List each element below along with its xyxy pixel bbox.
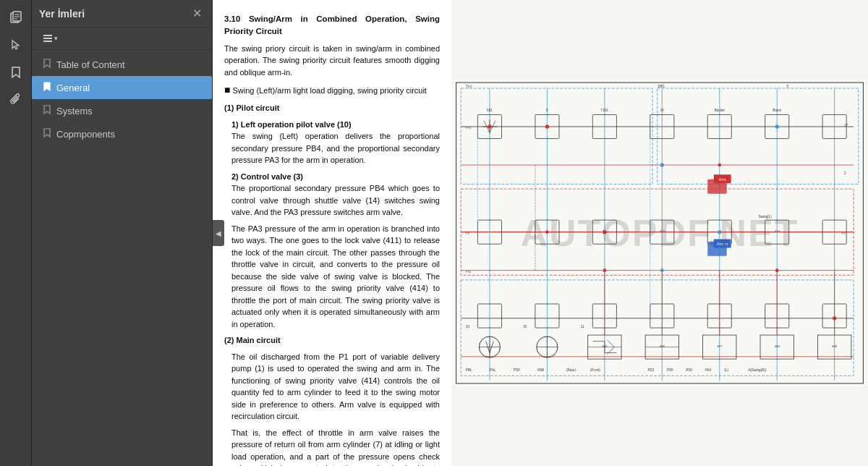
pilot-item-2-text: The proportional secondary pressure PB4 … bbox=[231, 184, 440, 216]
pilot-item-3-text: The PA3 pressure of the arm in operation… bbox=[231, 224, 440, 329]
svg-text:Swing(L): Swing(L) bbox=[759, 215, 773, 219]
subsection-header: ■ Swing (Left)/arm light load digging, s… bbox=[224, 82, 440, 98]
svg-text:Arm: Arm bbox=[719, 177, 726, 182]
svg-text:T161: T161 bbox=[601, 109, 609, 112]
bookmark-systems-icon bbox=[43, 105, 51, 116]
sidebar-item-systems-label: Systems bbox=[56, 106, 93, 116]
dropdown-arrow: ▾ bbox=[54, 35, 58, 42]
sidebar-item-toc-label: Table of Content bbox=[56, 59, 125, 70]
main-circuit-items: The oil discharged from the P1 port of v… bbox=[231, 351, 440, 467]
svg-text:405: 405 bbox=[602, 344, 608, 348]
sidebar-collapse-button[interactable]: ◀ bbox=[213, 220, 224, 246]
svg-text:2: 2 bbox=[844, 171, 846, 175]
sidebar-item-general-label: General bbox=[56, 82, 90, 93]
section-title: 3.10 Swing/Arm in Combined Operation, Sw… bbox=[224, 13, 440, 38]
sidebar-view-button[interactable]: ▾ bbox=[39, 32, 61, 45]
svg-point-120 bbox=[660, 268, 664, 272]
sidebar-close-button[interactable]: ✕ bbox=[190, 7, 205, 21]
diagram-background: Arm Arm in 601 5 T161 14 Bucket Boom 10 bbox=[451, 0, 868, 466]
bookmark-panel-icon[interactable] bbox=[4, 61, 27, 84]
main-circuit-label: (2) Main circuit bbox=[224, 334, 440, 347]
sidebar-panel: Yer İmleri ✕ ▾ Table of Content bbox=[32, 0, 213, 466]
sidebar-item-toc[interactable]: Table of Content bbox=[32, 53, 212, 76]
cursor-icon[interactable] bbox=[4, 33, 27, 56]
svg-text:413: 413 bbox=[660, 229, 665, 233]
svg-text:P0: P0 bbox=[842, 232, 846, 235]
svg-text:PA4: PA4 bbox=[705, 368, 712, 372]
subsection-marker: ■ bbox=[224, 84, 230, 96]
svg-text:406: 406 bbox=[660, 344, 665, 348]
svg-point-122 bbox=[775, 268, 779, 272]
document-text-side: 3.10 Swing/Arm in Combined Operation, Sw… bbox=[213, 0, 451, 466]
documents-icon[interactable] bbox=[4, 6, 27, 29]
pilot-item-2: 2) Control valve (3) The proportional se… bbox=[231, 171, 440, 219]
svg-rect-5 bbox=[43, 35, 52, 36]
sidebar-toolbar: ▾ bbox=[32, 27, 212, 50]
svg-point-121 bbox=[718, 164, 721, 167]
svg-text:P0: P0 bbox=[466, 232, 470, 235]
svg-text:17: 17 bbox=[844, 124, 848, 127]
svg-point-56 bbox=[718, 230, 721, 234]
sidebar-items-list: Table of Content General Systems bbox=[32, 50, 212, 466]
pilot-circuit-label: (1) Pilot circuit bbox=[224, 102, 440, 114]
pilot-item-1-text: The swing (Left) operation delivers the … bbox=[231, 132, 440, 164]
sidebar-item-components-label: Copmponents bbox=[56, 129, 115, 140]
svg-text:11: 11 bbox=[581, 325, 585, 329]
svg-text:PSL: PSL bbox=[466, 270, 472, 274]
pilot-item-1: 1) Left operation pilot valve (10) The s… bbox=[231, 119, 440, 166]
svg-text:T(+): T(+) bbox=[466, 85, 472, 88]
svg-text:407: 407 bbox=[717, 344, 723, 348]
sidebar-item-components[interactable]: Copmponents bbox=[32, 122, 212, 145]
svg-point-52 bbox=[488, 124, 491, 128]
main-circuit-text-2: That is, the effect of throttle in arm v… bbox=[231, 427, 440, 467]
svg-text:5: 5 bbox=[786, 85, 788, 88]
svg-point-53 bbox=[545, 124, 549, 128]
main-content: 3.10 Swing/Arm in Combined Operation, Sw… bbox=[213, 0, 868, 466]
svg-rect-8 bbox=[451, 79, 868, 387]
svg-text:400: 400 bbox=[832, 344, 838, 348]
svg-text:Arm in: Arm in bbox=[717, 242, 728, 246]
svg-text:A(Swing(R)): A(Swing(R)) bbox=[748, 368, 767, 372]
sidebar-item-systems[interactable]: Systems bbox=[32, 99, 212, 122]
svg-text:PAB: PAB bbox=[537, 368, 544, 372]
svg-point-118 bbox=[603, 268, 607, 272]
svg-text:1881: 1881 bbox=[658, 85, 665, 88]
svg-text:10: 10 bbox=[523, 325, 527, 329]
svg-text:(Front): (Front) bbox=[590, 368, 600, 372]
bookmark-general-icon bbox=[43, 82, 51, 93]
pilot-item-3: The PA3 pressure of the arm in operation… bbox=[231, 223, 440, 331]
svg-text:PSF: PSF bbox=[514, 368, 520, 372]
svg-text:(L): (L) bbox=[724, 368, 728, 372]
svg-text:408: 408 bbox=[775, 344, 780, 348]
paperclip-icon[interactable] bbox=[4, 88, 27, 111]
hydraulic-schematic: Arm Arm in 601 5 T161 14 Bucket Boom 10 bbox=[451, 0, 868, 466]
left-toolbar bbox=[0, 0, 32, 466]
sidebar-title: Yer İmleri bbox=[39, 8, 85, 20]
pilot-circuit-items: 1) Left operation pilot valve (10) The s… bbox=[231, 119, 440, 331]
diagram-side: Arm Arm in 601 5 T161 14 Bucket Boom 10 bbox=[451, 0, 868, 466]
svg-text:PS5: PS5 bbox=[686, 368, 692, 372]
svg-text:5: 5 bbox=[546, 109, 548, 112]
intro-text: The swing priory circuit is taken in swi… bbox=[224, 43, 440, 79]
svg-text:14: 14 bbox=[660, 109, 665, 112]
svg-text:601: 601 bbox=[487, 109, 493, 112]
bookmark-components-icon bbox=[43, 128, 51, 140]
main-circuit-text-1: The oil discharged from the P1 port of v… bbox=[231, 351, 440, 423]
svg-text:Bucket: Bucket bbox=[715, 109, 726, 112]
svg-point-54 bbox=[603, 230, 606, 234]
svg-text:10: 10 bbox=[466, 325, 470, 329]
bookmark-toc-icon bbox=[43, 59, 51, 70]
svg-text:Boom: Boom bbox=[773, 109, 781, 112]
svg-text:(Rear): (Rear) bbox=[566, 368, 576, 372]
document-page: 3.10 Swing/Arm in Combined Operation, Sw… bbox=[213, 0, 868, 466]
svg-point-119 bbox=[545, 230, 549, 234]
svg-text:PS3: PS3 bbox=[647, 368, 654, 372]
svg-text:PS5: PS5 bbox=[667, 368, 673, 372]
subsection-title: Swing (Left)/arm light load digging, swi… bbox=[233, 86, 427, 95]
sidebar-item-general[interactable]: General bbox=[32, 76, 212, 99]
svg-point-57 bbox=[775, 124, 779, 128]
svg-text:PSL: PSL bbox=[466, 126, 472, 130]
svg-text:PAL: PAL bbox=[490, 368, 496, 372]
sidebar-header: Yer İmleri ✕ bbox=[32, 0, 212, 27]
svg-text:414: 414 bbox=[775, 229, 780, 233]
